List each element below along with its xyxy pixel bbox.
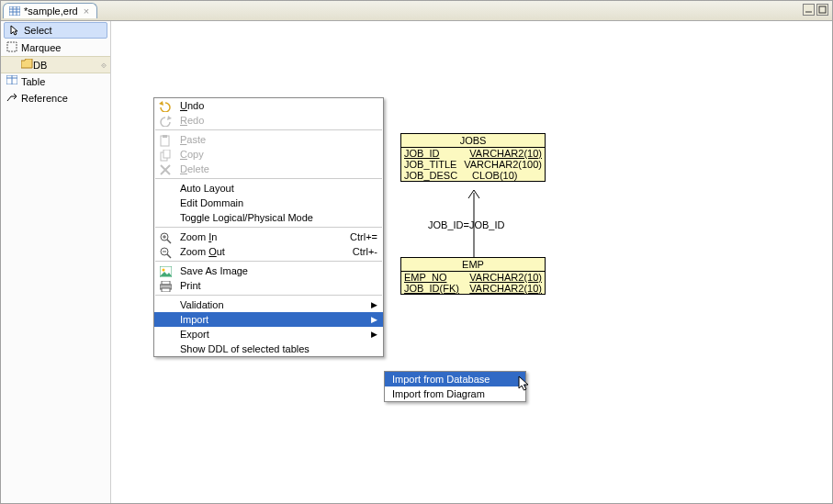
window-controls — [803, 4, 828, 16]
maximize-button[interactable] — [816, 4, 828, 16]
menu-print[interactable]: Print — [154, 278, 383, 293]
menu-copy: Copy — [154, 147, 383, 162]
print-icon — [158, 280, 173, 293]
paste-icon — [158, 134, 173, 147]
image-icon — [158, 265, 173, 278]
menu-toggle-mode[interactable]: Toggle Logical/Physical Mode — [154, 210, 383, 225]
erd-jobs-title: JOBS — [401, 134, 545, 148]
relationship-label: JOB_ID=JOB_ID — [428, 219, 504, 230]
zoom-out-hint: Ctrl+- — [353, 246, 377, 257]
palette-marquee[interactable]: Marquee — [1, 39, 110, 56]
menu-separator — [155, 178, 382, 179]
pin-icon[interactable]: ⟐ — [101, 60, 107, 70]
svg-line-23 — [167, 254, 171, 258]
erd-emp-title: EMP — [401, 258, 545, 272]
table-file-icon — [9, 6, 20, 16]
reference-icon — [6, 92, 17, 103]
palette-select[interactable]: Select — [4, 22, 107, 39]
zoom-in-icon — [158, 231, 173, 244]
arrow-icon — [10, 25, 21, 36]
menu-separator — [155, 295, 382, 296]
menu-paste: Paste — [154, 132, 383, 147]
jobs-col0-type: VARCHAR2(10) — [469, 148, 542, 159]
menu-undo-rest: ndo — [187, 100, 204, 111]
delete-icon — [158, 163, 173, 176]
folder-icon — [21, 59, 33, 71]
menu-undo[interactable]: Undo — [154, 98, 383, 113]
minimize-button[interactable] — [803, 4, 815, 16]
emp-col0-type: VARCHAR2(10) — [469, 272, 542, 283]
palette-reference[interactable]: Reference — [1, 90, 110, 106]
undo-icon — [158, 100, 173, 113]
main-area: Select Marquee DB ⟐ Table Reference JOBS… — [1, 21, 832, 503]
zoom-out-icon — [158, 246, 173, 259]
emp-col1-type: VARCHAR2(10) — [469, 283, 542, 294]
svg-rect-13 — [163, 135, 167, 138]
table-icon — [6, 75, 17, 86]
svg-rect-6 — [819, 6, 826, 13]
tool-palette: Select Marquee DB ⟐ Table Reference — [1, 21, 111, 503]
menu-separator — [155, 129, 382, 130]
palette-table-label: Table — [21, 76, 45, 87]
emp-col0-name: EMP_NO — [404, 272, 469, 283]
menu-delete: Delete — [154, 162, 383, 176]
menu-zoom-in[interactable]: Zoom InCtrl+= — [154, 230, 383, 244]
copy-icon — [158, 149, 173, 162]
zoom-in-hint: Ctrl+= — [350, 231, 377, 242]
palette-table[interactable]: Table — [1, 73, 110, 90]
palette-group-db[interactable]: DB ⟐ — [1, 56, 110, 73]
redo-icon — [158, 115, 173, 128]
submenu-arrow-icon: ▶ — [371, 315, 377, 324]
jobs-col2-type: CLOB(10) — [472, 170, 518, 181]
menu-zoom-out[interactable]: Zoom OutCtrl+- — [154, 244, 383, 259]
submenu-import-database[interactable]: Import from Database — [385, 372, 525, 386]
menu-separator — [155, 227, 382, 228]
import-submenu: Import from Database Import from Diagram — [384, 371, 526, 402]
menu-save-image[interactable]: Save As Image — [154, 263, 383, 278]
emp-col1-name: JOB_ID(FK) — [404, 283, 469, 294]
jobs-col1-name: JOB_TITLE — [404, 159, 464, 170]
svg-point-26 — [162, 269, 164, 272]
tab-title: *sample,erd — [24, 6, 78, 17]
svg-rect-0 — [9, 6, 20, 16]
menu-validation[interactable]: Validation▶ — [154, 297, 383, 312]
mouse-cursor-icon — [518, 375, 531, 392]
context-menu: Undo Redo Paste Copy Delete Auto Layout … — [153, 97, 384, 357]
jobs-col0-name: JOB_ID — [404, 148, 469, 159]
palette-group-db-label: DB — [33, 60, 47, 71]
menu-auto-layout[interactable]: Auto Layout — [154, 181, 383, 196]
menu-edit-domain[interactable]: Edit Dommain — [154, 196, 383, 210]
marquee-icon — [6, 41, 17, 52]
erd-table-emp[interactable]: EMP EMP_NOVARCHAR2(10) JOB_ID(FK)VARCHAR… — [400, 257, 546, 295]
svg-line-19 — [167, 240, 171, 243]
jobs-col2-name: JOB_DESC — [404, 170, 472, 181]
jobs-col1-type: VARCHAR2(100) — [464, 159, 542, 170]
submenu-arrow-icon: ▶ — [371, 300, 377, 309]
palette-marquee-label: Marquee — [21, 42, 61, 53]
menu-separator — [155, 261, 382, 262]
erd-canvas[interactable]: JOBS JOB_IDVARCHAR2(10) JOB_TITLEVARCHAR… — [111, 21, 832, 503]
close-icon[interactable]: × — [84, 6, 89, 17]
palette-reference-label: Reference — [21, 93, 68, 104]
menu-show-ddl[interactable]: Show DDL of selected tables — [154, 342, 383, 356]
menu-redo: Redo — [154, 113, 383, 128]
submenu-arrow-icon: ▶ — [371, 330, 377, 339]
menu-export[interactable]: Export▶ — [154, 327, 383, 342]
submenu-import-diagram[interactable]: Import from Diagram — [385, 386, 525, 401]
erd-table-jobs[interactable]: JOBS JOB_IDVARCHAR2(10) JOB_TITLEVARCHAR… — [400, 133, 546, 182]
svg-rect-15 — [163, 150, 170, 158]
svg-rect-7 — [7, 42, 17, 51]
svg-rect-27 — [162, 281, 170, 285]
file-tab[interactable]: *sample,erd × — [3, 3, 97, 18]
editor-tabbar: *sample,erd × — [1, 1, 832, 21]
menu-import[interactable]: Import▶ — [154, 312, 383, 327]
svg-rect-29 — [162, 288, 170, 292]
palette-select-label: Select — [24, 25, 52, 36]
